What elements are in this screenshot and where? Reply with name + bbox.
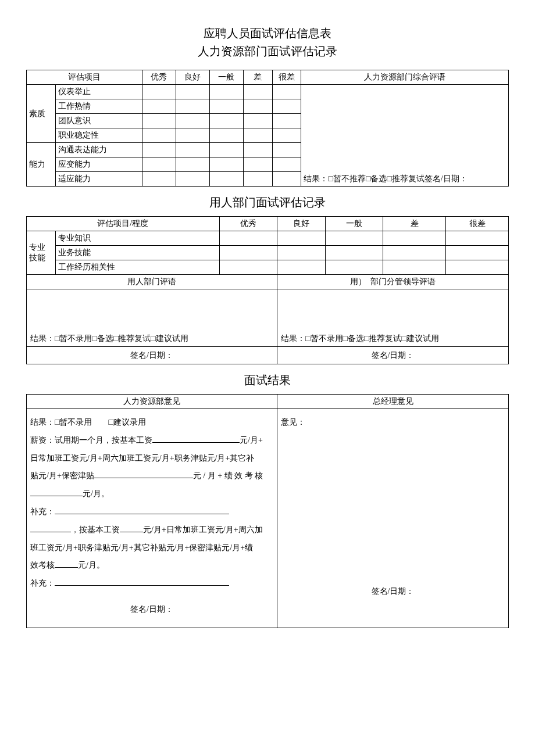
sig-right: 签名/日期： <box>277 347 509 364</box>
gm-opinion-label: 意见： <box>281 414 505 432</box>
text: □建议录用 <box>108 418 145 427</box>
cell <box>272 99 301 114</box>
col-eval-item: 评估项目/程度 <box>27 217 220 231</box>
hr-line3: 日常加班工资元/月+周六加班工资元/月+职务津贴元/月+其它补 <box>30 450 273 468</box>
cell <box>272 143 301 157</box>
hr-line2: 薪资：试用期一个月，按基本工资元/月+ <box>30 432 273 450</box>
hr-line4: 贴元/月+保密津贴元 / 月 + 绩 效 考 核 <box>30 467 273 485</box>
col-poor: 差 <box>383 217 446 231</box>
text: ，按基本工资 <box>71 525 120 534</box>
text: 补充： <box>30 579 55 587</box>
row-label: 专业知识 <box>55 231 219 246</box>
cell <box>176 99 209 114</box>
table-row: 结果：□暂不录用 □建议录用 薪资：试用期一个月，按基本工资元/月+ 日常加班工… <box>27 409 509 628</box>
cell <box>325 260 383 275</box>
cell <box>176 114 209 128</box>
main-title: 应聘人员面试评估信息表 <box>26 26 509 41</box>
cell <box>277 246 326 260</box>
cell <box>244 143 273 157</box>
cell <box>219 231 277 246</box>
cell <box>446 246 509 260</box>
hr-opinion-header: 人力资源部意见 <box>27 395 277 409</box>
cell <box>277 260 326 275</box>
col-good: 良好 <box>176 70 209 85</box>
cell <box>209 85 243 99</box>
text: 贴元/月+保密津贴 <box>30 471 94 480</box>
leader-pre: 用） <box>350 277 366 286</box>
cell <box>209 114 243 128</box>
cell <box>209 172 243 187</box>
cell <box>244 172 273 187</box>
rowgroup-quality: 素质 <box>27 85 56 143</box>
cell <box>446 231 509 246</box>
cell <box>209 157 243 172</box>
text: 效考核 <box>30 561 55 569</box>
cell <box>272 157 301 172</box>
cell <box>176 143 209 157</box>
hr-line6: 补充： <box>30 503 273 521</box>
row-label: 工作热情 <box>55 99 142 114</box>
col-hr-comments: 人力资源部门综合评语 <box>301 70 509 85</box>
hr-comments-cell: 结果：□暂不推荐□备选□推荐复试签名/日期： <box>301 85 509 187</box>
cell <box>142 99 176 114</box>
sub-title: 人力资源部门面试评估记录 <box>26 44 509 59</box>
row-label: 适应能力 <box>55 172 142 187</box>
hr-line7: ，按基本工资元/月+日常加班工资元/月+周六加 <box>30 521 273 539</box>
table-row: 结果：□暂不录用□备选□推荐复试□建议试用 结果：□暂不录用□备选□推荐复试□建… <box>27 289 509 347</box>
cell <box>209 128 243 143</box>
text: 元/月+ <box>240 436 263 445</box>
cell <box>142 143 176 157</box>
table-row: 业务技能 <box>27 246 509 260</box>
gm-sig: 签名/日期： <box>281 583 505 601</box>
table-row: 人力资源部意见 总经理意见 <box>27 395 509 409</box>
cell <box>272 114 301 128</box>
cell <box>383 231 446 246</box>
col-vpoor: 很差 <box>446 217 509 231</box>
text: 薪资：试用期一个月，按基本工资 <box>30 436 152 445</box>
cell <box>244 85 273 99</box>
blank <box>55 560 78 568</box>
cell <box>244 114 273 128</box>
blank <box>152 435 240 443</box>
col-eval-item: 评估项目 <box>27 70 142 85</box>
cell <box>176 128 209 143</box>
blank <box>30 488 83 496</box>
result-table: 人力资源部意见 总经理意见 结果：□暂不录用 □建议录用 薪资：试用期一个月，按… <box>26 394 509 628</box>
cell <box>446 260 509 275</box>
gm-opinion-body: 意见： 签名/日期： <box>277 409 509 628</box>
leader-comments-header: 用） 部门分管领导评语 <box>277 275 509 289</box>
table-row: 评估项目/程度 优秀 良好 一般 差 很差 <box>27 217 509 231</box>
hr-line8: 班工资元/月+职务津贴元/月+其它补贴元/月+保密津贴元/月+绩 <box>30 539 273 557</box>
col-excellent: 优秀 <box>142 70 176 85</box>
row-label: 应变能力 <box>55 157 142 172</box>
table-row: 评估项目 优秀 良好 一般 差 很差 人力资源部门综合评语 <box>27 70 509 85</box>
cell <box>209 143 243 157</box>
cell <box>142 85 176 99</box>
col-excellent: 优秀 <box>219 217 277 231</box>
cell <box>277 231 326 246</box>
cell <box>325 246 383 260</box>
cell <box>244 157 273 172</box>
cell <box>272 128 301 143</box>
dept-comments-header: 用人部门评语 <box>27 275 277 289</box>
cell <box>244 99 273 114</box>
cell <box>176 157 209 172</box>
table-row: 工作经历相关性 <box>27 260 509 275</box>
col-average: 一般 <box>209 70 243 85</box>
sig-left: 签名/日期： <box>27 347 277 364</box>
cell <box>325 231 383 246</box>
cell <box>209 99 243 114</box>
cell <box>176 85 209 99</box>
blank <box>120 524 143 532</box>
text: 元/月。 <box>78 561 105 569</box>
text: 结果：□暂不录用 <box>30 418 92 427</box>
result-text-right: 结果：□暂不录用□备选□推荐复试□建议试用 <box>281 334 439 343</box>
row-label: 团队意识 <box>55 114 142 128</box>
cell <box>272 85 301 99</box>
cell <box>219 246 277 260</box>
leader-main: 部门分管领导评语 <box>370 277 436 286</box>
cell <box>142 172 176 187</box>
col-poor: 差 <box>244 70 273 85</box>
cell <box>383 260 446 275</box>
row-label: 职业稳定性 <box>55 128 142 143</box>
